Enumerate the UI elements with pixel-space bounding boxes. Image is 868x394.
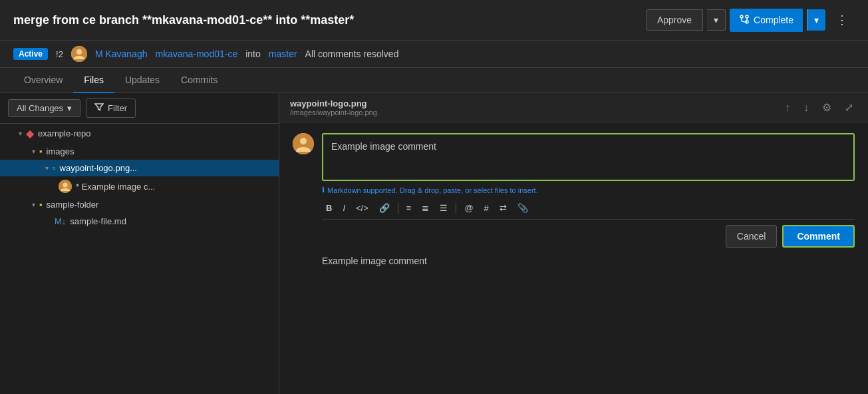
tree-item-sample-file[interactable]: M↓ sample-file.md [0,213,279,230]
comment-textarea[interactable]: Example image comment [322,133,855,181]
branch-from[interactable]: mkavana-mod01-ce [155,49,237,59]
complete-chevron-button[interactable]: ▾ [807,9,825,31]
approve-button[interactable]: Approve [646,9,703,31]
filter-label: Filter [108,103,127,113]
toolbar-separator-1 [398,203,398,214]
chevron-down-icon-repo: ▾ [19,130,22,137]
filter-button[interactable]: Filter [86,98,136,118]
repo-icon: ◆ [26,127,34,140]
chevron-down-icon: ▾ [714,15,718,25]
waypoint-label: waypoint-logo.png... [60,163,137,173]
comment-count-badge: !2 [56,49,63,59]
markdown-hint-text: Markdown supported. Drag & drop, paste, … [327,186,538,194]
chevron-down-icon-sample: ▾ [32,201,35,208]
tab-commits[interactable]: Commits [170,68,228,93]
expand-button[interactable]: ⤢ [841,100,857,115]
folder-icon-images: ▪ [39,146,43,156]
comment-preview: Example image comment [293,248,855,274]
images-folder-label: images [47,146,74,156]
settings-icon-button[interactable]: ⚙ [818,100,835,115]
format-checklist-button[interactable]: ☰ [436,201,452,215]
tab-updates[interactable]: Updates [114,68,170,93]
tree-item-sample-folder[interactable]: ▾ ▪ sample-folder [0,196,279,213]
all-changes-chevron-icon: ▾ [67,103,72,113]
pr-link-icon: ⇄ [500,203,507,213]
cancel-button[interactable]: Cancel [726,225,778,248]
file-toolbar: All Changes ▾ Filter [0,93,279,124]
chevron-down-icon-2: ▾ [814,15,819,25]
arrow-down-icon: ↓ [803,102,809,113]
filter-icon [94,102,104,114]
arrow-up-icon: ↑ [785,102,790,113]
settings-icon: ⚙ [822,102,831,113]
format-mention-button[interactable]: @ [460,201,477,215]
format-toolbar: B I </> 🔗 ≡ [322,197,855,220]
into-text: into [245,49,261,59]
comment-actions: Cancel Comment [322,225,855,248]
sample-file-label: sample-file.md [70,216,126,226]
format-bold-button[interactable]: B [322,201,336,215]
sub-header: Active !2 M Kavanagh mkavana-mod01-ce in… [0,41,868,68]
chevron-down-icon-images: ▾ [32,148,35,155]
italic-icon: I [343,203,345,213]
tree-item-images[interactable]: ▾ ▪ images [0,143,279,160]
comment-area: Example image comment ℹ Markdown support… [279,122,868,285]
comment-avatar-tree [59,180,72,193]
checklist-icon: ☰ [440,203,448,213]
comment-row: Example image comment ℹ Markdown support… [293,133,855,248]
tree-item-repo[interactable]: ▾ ◆ example-repo [0,124,279,143]
info-icon: ℹ [322,186,325,194]
file-nav-icons: ↑ ↓ ⚙ ⤢ [781,100,857,115]
hashtag-icon: # [484,203,489,213]
next-change-button[interactable]: ↓ [799,100,813,115]
markdown-hint: ℹ Markdown supported. Drag & drop, paste… [322,183,855,197]
tabs-bar: Overview Files Updates Commits [0,68,868,93]
author-avatar [71,46,87,62]
more-options-button[interactable]: ⋮ [829,8,855,32]
svg-point-2 [746,15,748,18]
file-tree-sidebar: All Changes ▾ Filter ▾ ◆ example-repo [0,93,279,394]
link-icon: 🔗 [379,203,390,213]
expand-icon: ⤢ [845,102,853,113]
list-icon: ≡ [406,203,412,213]
header-actions: Approve ▾ Complete ▾ ⋮ [646,8,855,32]
format-link-button[interactable]: 🔗 [375,201,394,215]
header: merge from ce branch **mkavana-mod01-ce*… [0,0,868,41]
file-icon-md: M↓ [55,216,66,226]
all-changes-label: All Changes [17,103,63,113]
tab-files[interactable]: Files [73,68,114,93]
comment-submit-button[interactable]: Comment [782,225,855,248]
file-icon-waypoint: ▫ [53,163,56,173]
format-attach-button[interactable]: 📎 [513,201,532,215]
sample-folder-label: sample-folder [47,200,99,210]
format-hashtag-button[interactable]: # [480,201,493,215]
active-badge: Active [13,48,48,60]
branch-to[interactable]: master [269,49,297,59]
page-title: merge from ce branch **mkavana-mod01-ce*… [13,13,354,27]
comment-input-wrapper: Example image comment ℹ Markdown support… [322,133,855,248]
format-list-button[interactable]: ≡ [402,201,416,215]
tree-item-comment[interactable]: * Example image c... [0,176,279,196]
chevron-down-icon-waypoint: ▾ [45,164,49,172]
comment-tree-label: * Example image c... [76,182,155,192]
tree-item-waypoint[interactable]: ▾ ▫ waypoint-logo.png... [0,160,279,176]
attach-icon: 📎 [517,203,528,213]
bold-icon: B [326,203,332,213]
svg-point-6 [76,49,82,55]
file-name-info: waypoint-logo.png /images/waypoint-logo.… [290,98,377,116]
format-code-button[interactable]: </> [352,201,372,215]
approve-chevron-button[interactable]: ▾ [707,9,726,31]
prev-change-button[interactable]: ↑ [781,100,794,115]
format-italic-button[interactable]: I [339,201,349,215]
format-pr-link-button[interactable]: ⇄ [496,201,511,215]
tab-overview[interactable]: Overview [13,68,73,93]
author-name[interactable]: M Kavanagh [95,49,148,59]
file-tree: ▾ ◆ example-repo ▾ ▪ images ▾ ▫ waypoint… [0,124,279,230]
ordered-list-icon: ≣ [422,203,429,213]
file-header-bar: waypoint-logo.png /images/waypoint-logo.… [279,93,868,122]
commenter-avatar [293,133,314,154]
format-ordered-list-button[interactable]: ≣ [418,201,433,215]
all-changes-button[interactable]: All Changes ▾ [8,99,80,117]
svg-point-8 [63,183,68,188]
complete-button[interactable]: Complete [730,9,803,32]
